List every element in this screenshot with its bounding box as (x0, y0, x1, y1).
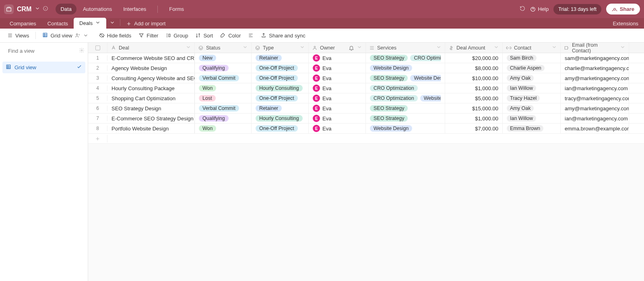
cell-email[interactable]: amy@marketingagency.com (561, 73, 629, 83)
cell-contact[interactable]: Ian Willow (503, 83, 561, 93)
cell-amount[interactable]: $1,000.00 (445, 114, 503, 123)
add-row[interactable]: ＋ (88, 134, 644, 144)
cell-services[interactable]: CRO Optimization (366, 83, 445, 93)
cell-email[interactable]: ian@marketingagency.com (561, 83, 629, 93)
row-number[interactable]: 4 (88, 85, 107, 91)
cell-email[interactable]: amy@marketingagency.com (561, 103, 629, 113)
column-header-status[interactable]: Status (195, 43, 252, 53)
base-name[interactable]: CRM (17, 6, 31, 13)
help-button[interactable]: Help (530, 6, 549, 12)
cell-owner[interactable]: EEva (309, 93, 366, 103)
cell-services[interactable]: SEO Strategy (366, 103, 445, 113)
cell-services[interactable]: SEO StrategyCRO Optimization (366, 53, 445, 63)
cell-contact[interactable]: Sam Birch (503, 53, 561, 63)
cell-email[interactable]: ian@marketingagency.com (561, 114, 629, 123)
column-header-services[interactable]: Services (366, 43, 445, 53)
row-number[interactable]: 1 (88, 55, 107, 61)
cell-email[interactable]: emma.brown@example.com (561, 124, 629, 133)
row-height-button[interactable] (245, 31, 257, 40)
table-tab-contacts[interactable]: Contacts (42, 19, 74, 29)
chevron-down-icon[interactable] (186, 44, 191, 51)
cell-type[interactable]: Hourly Consulting (252, 114, 309, 123)
views-toggle-button[interactable]: Views (4, 31, 32, 40)
nav-tab-forms[interactable]: Forms (164, 4, 189, 14)
share-sync-button[interactable]: Share and sync (258, 31, 308, 40)
cell-deal[interactable]: Portfolio Website Design (107, 124, 195, 133)
column-header-email[interactable]: Email (from Contact) (561, 43, 629, 53)
cell-contact[interactable]: Amy Oak (503, 103, 561, 113)
table-tabs-overflow-chevron-icon[interactable] (106, 18, 118, 29)
current-view-button[interactable]: Grid view (39, 31, 91, 41)
cell-owner[interactable]: EEva (309, 53, 366, 63)
cell-contact[interactable]: Tracy Hazel (503, 93, 561, 103)
bell-icon[interactable] (349, 45, 354, 51)
column-header-amount[interactable]: Deal Amount (445, 43, 503, 53)
row-number[interactable]: 6 (88, 105, 107, 111)
row-number[interactable]: 8 (88, 126, 107, 131)
base-icon[interactable] (4, 4, 14, 14)
find-view-input[interactable] (8, 48, 76, 54)
nav-tab-automations[interactable]: Automations (78, 4, 117, 14)
cell-deal[interactable]: Hourly Consulting Package (107, 83, 195, 93)
cell-deal[interactable]: Agency Website Design (107, 63, 195, 73)
cell-type[interactable]: Retainer (252, 53, 309, 63)
nav-tab-interfaces[interactable]: Interfaces (118, 4, 151, 14)
cell-status[interactable]: Won (195, 124, 252, 133)
cell-type[interactable]: Hourly Consulting (252, 83, 309, 93)
hide-fields-button[interactable]: Hide fields (96, 31, 135, 40)
cell-type[interactable]: One-Off Project (252, 63, 309, 73)
cell-status[interactable]: Lost (195, 93, 252, 103)
cell-deal[interactable]: Consulting Agency Website and SEO (107, 73, 195, 83)
cell-owner[interactable]: EEva (309, 124, 366, 133)
cell-email[interactable]: tracy@marketingagency.com (561, 93, 629, 103)
cell-amount[interactable]: $7,000.00 (445, 124, 503, 133)
cell-type[interactable]: One-Off Project (252, 73, 309, 83)
base-gallery-chevron-icon[interactable] (35, 6, 40, 12)
base-info-icon[interactable] (43, 6, 48, 12)
table-row[interactable]: 8Portfolio Website DesignWonOne-Off Proj… (88, 124, 644, 134)
table-row[interactable]: 1E-Commerce Website SEO and CRONewRetain… (88, 53, 644, 63)
cell-owner[interactable]: EEva (309, 63, 366, 73)
chevron-down-icon[interactable] (357, 44, 362, 51)
view-settings-gear-icon[interactable] (79, 48, 85, 54)
chevron-down-icon[interactable] (436, 44, 442, 51)
cell-deal[interactable]: Shopping Cart Optimization (107, 93, 195, 103)
row-number[interactable]: 7 (88, 116, 107, 121)
table-tab-companies[interactable]: Companies (4, 19, 42, 29)
column-header-owner[interactable]: Owner (309, 43, 366, 53)
chevron-down-icon[interactable] (551, 44, 557, 51)
chevron-down-icon[interactable] (95, 20, 101, 27)
color-button[interactable]: Color (217, 31, 244, 40)
row-number[interactable]: 3 (88, 75, 107, 81)
filter-button[interactable]: Filter (135, 31, 161, 40)
column-header-deal[interactable]: Deal (107, 43, 195, 53)
cell-amount[interactable]: $20,000.00 (445, 53, 503, 63)
cell-status[interactable]: Qualifying (195, 63, 252, 73)
cell-email[interactable]: charlie@marketingagency.com (561, 63, 629, 73)
cell-contact[interactable]: Emma Brown (503, 124, 561, 133)
cell-owner[interactable]: EEva (309, 73, 366, 83)
chevron-down-icon[interactable] (242, 44, 248, 51)
table-row[interactable]: 4Hourly Consulting PackageWonHourly Cons… (88, 83, 644, 93)
history-icon[interactable] (520, 6, 525, 12)
table-row[interactable]: 7E-Commerce SEO Strategy DesignQualifyin… (88, 114, 644, 124)
chevron-down-icon[interactable] (620, 44, 625, 51)
cell-owner[interactable]: EEva (309, 83, 366, 93)
cell-type[interactable]: One-Off Project (252, 124, 309, 133)
cell-amount[interactable]: $10,000.00 (445, 73, 503, 83)
sort-button[interactable]: Sort (192, 31, 216, 40)
table-row[interactable]: 3Consulting Agency Website and SEOVerbal… (88, 73, 644, 83)
cell-services[interactable]: SEO StrategyWebsite Design (366, 73, 445, 83)
cell-deal[interactable]: SEO Strategy Design (107, 103, 195, 113)
add-or-import-button[interactable]: Add or import (122, 19, 169, 29)
view-list-item-active[interactable]: Grid view (2, 62, 85, 73)
trial-badge[interactable]: Trial: 13 days left (553, 4, 601, 14)
share-button[interactable]: Share (606, 4, 640, 14)
cell-email[interactable]: sam@marketingagency.com (561, 53, 629, 63)
select-all-checkbox[interactable] (88, 43, 107, 53)
cell-deal[interactable]: E-Commerce Website SEO and CRO (107, 53, 195, 63)
table-row[interactable]: 5Shopping Cart OptimizationLostOne-Off P… (88, 93, 644, 103)
nav-tab-data[interactable]: Data (56, 4, 76, 14)
cell-services[interactable]: Website Design (366, 124, 445, 133)
column-header-type[interactable]: Type (252, 43, 309, 53)
